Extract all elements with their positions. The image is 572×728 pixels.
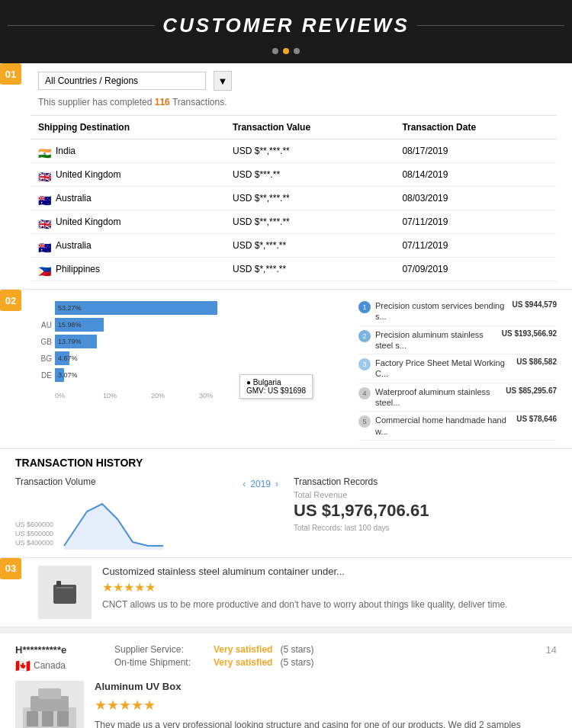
badge-02: 02 [0,290,21,311]
transaction-date: 07/11/2019 [394,210,557,234]
top-item-value: US $193,566.92 [502,329,557,338]
col-date: Transaction Date [394,116,557,140]
header-line-right [417,25,564,26]
table-row: 🇬🇧United Kingdom USD $**,***.** 07/11/20… [31,210,557,234]
review-rating-stars: ★★★★★ [95,697,557,714]
transaction-date: 07/11/2019 [394,234,557,258]
bar-label: AU [38,321,52,329]
bar-container: 4.67% ● BulgariaGMV: US $91698 [55,351,343,365]
badge-01: 01 [0,63,21,85]
bar-fill: 15.98% [55,318,104,332]
svg-marker-0 [64,504,163,550]
top-item: 2 Precision aluminum stainless steel s..… [358,326,557,355]
total-revenue-label: Total Revenue [294,490,557,499]
transaction-value: USD $*,***.** [225,234,394,258]
transaction-history: TRANSACTION HISTORY Transaction Volume ‹… [0,449,572,558]
country-name: United Kingdom [56,216,121,227]
dot-2[interactable] [283,48,289,54]
bar-pct: 13.79% [58,338,82,345]
rank-circle: 5 [358,415,371,428]
svg-rect-2 [56,581,61,587]
transaction-count: 116 [155,97,170,107]
volume-chart: Transaction Volume ‹ 2019 › US $600000 U… [15,476,278,550]
shipment-label: On-time Shipment: [114,657,206,668]
transaction-note: This supplier has completed 116 Transact… [38,97,557,107]
shipment-row: On-time Shipment: Very satisfied (5 star… [114,657,538,668]
review-product-details: Aluminum UV Box ★★★★★ They made us a ver… [95,681,557,728]
country-flag: 🇮🇳 [38,147,52,156]
country-flag: 🇵🇭 [38,265,52,274]
product-svg [46,573,84,611]
prev-year-icon[interactable]: ‹ [243,479,246,489]
transaction-date: 08/03/2019 [394,187,557,210]
bar-fill: 53.27% [55,301,217,315]
top-item: 1 Precision custom services bending s...… [358,297,557,326]
dots [0,43,572,56]
year-nav[interactable]: ‹ 2019 › [243,479,278,489]
table-row: 🇬🇧United Kingdom USD $***.** 08/14/2019 [31,163,557,187]
country-name: Australia [56,240,92,251]
country-flag: 🇬🇧 [38,171,52,180]
top-item-name: Waterproof aluminum stainless steel... [375,386,501,409]
dropdown-arrow[interactable]: ▼ [214,71,232,91]
reviewer-row: H**********e 🇨🇦 Canada Supplier Service:… [15,644,557,673]
bar-row: AU 15.98% [38,318,343,332]
bar-pct: 3.07% [58,371,78,379]
reviewer-country: 🇨🇦 Canada [15,659,107,673]
bar-container: 13.79% [55,335,343,348]
dot-1[interactable] [272,48,278,54]
transaction-history-title: TRANSACTION HISTORY [15,457,557,469]
transaction-date: 08/17/2019 [394,140,557,163]
transaction-history-content: Transaction Volume ‹ 2019 › US $600000 U… [15,476,557,550]
transactions-table: Shipping Destination Transaction Value T… [31,115,557,281]
col-value: Transaction Value [225,116,394,140]
bar-row: GB 13.79% [38,335,343,348]
rank-circle: 1 [358,301,371,313]
svg-rect-3 [56,587,73,588]
country-name: Australia [56,193,92,204]
bar-chart-area: 53.27% AU 15.98% GB 13.79% BG 4.67% ● Bu… [38,297,343,441]
top-item: 5 Commercial home handmade hand w... US … [358,412,557,441]
country-flag: 🇦🇺 [38,194,52,204]
reviewer-flag: 🇨🇦 [15,659,31,673]
country-flag: 🇬🇧 [38,218,52,227]
section-02: 02 53.27% AU 15.98% GB 13.79% BG [0,290,572,449]
top-item-name: Commercial home handmade hand w... [375,415,512,437]
next-year-icon[interactable]: › [275,479,278,489]
transaction-value: USD $**,***.** [225,140,394,163]
supplier-service-label: Supplier Service: [114,644,206,655]
section-divider [0,627,572,633]
transaction-date: 08/14/2019 [394,163,557,187]
header: CUSTOMER REVIEWS [0,0,572,63]
bar-pct: 4.67% [58,354,78,362]
top-products-list: 1 Precision custom services bending s...… [358,297,557,441]
svg-rect-6 [38,688,61,699]
header-line-left [8,25,155,26]
bar-pct: 15.98% [58,321,82,329]
top-item-value: US $85,295.67 [506,386,557,395]
section-01-header: All Countries / Regions ▼ [38,71,557,91]
review-section: H**********e 🇨🇦 Canada Supplier Service:… [0,633,572,728]
table-row: 🇵🇭Philippines USD $*,***.** 07/09/2019 [31,258,557,281]
countries-dropdown[interactable]: All Countries / Regions [38,72,206,90]
volume-svg [56,496,178,550]
review-product-image [15,681,84,728]
volume-title: Transaction Volume [15,476,96,487]
bar-row: 53.27% [38,301,343,315]
table-row: 🇮🇳India USD $**,***.** 08/17/2019 [31,140,557,163]
bar-container: 15.98% [55,318,343,332]
top-item-value: US $86,582 [516,358,557,366]
transaction-value: USD $***.** [225,163,394,187]
country-name: United Kingdom [56,169,121,180]
dropdown-value: All Countries / Regions [45,75,138,86]
table-header-row: Shipping Destination Transaction Value T… [31,116,557,140]
reviewer-name: H**********e [15,644,107,656]
review-content: Customized stainless steel aluminum cont… [102,566,557,611]
rank-circle: 2 [358,330,371,342]
top-item: 3 Factory Price Sheet Metal Working C...… [358,354,557,383]
review-number: 14 [546,644,557,656]
product-image [38,566,92,619]
svg-rect-9 [57,711,69,726]
dot-3[interactable] [294,48,300,54]
reviewer-meta: Supplier Service: Very satisfied (5 star… [114,644,538,670]
